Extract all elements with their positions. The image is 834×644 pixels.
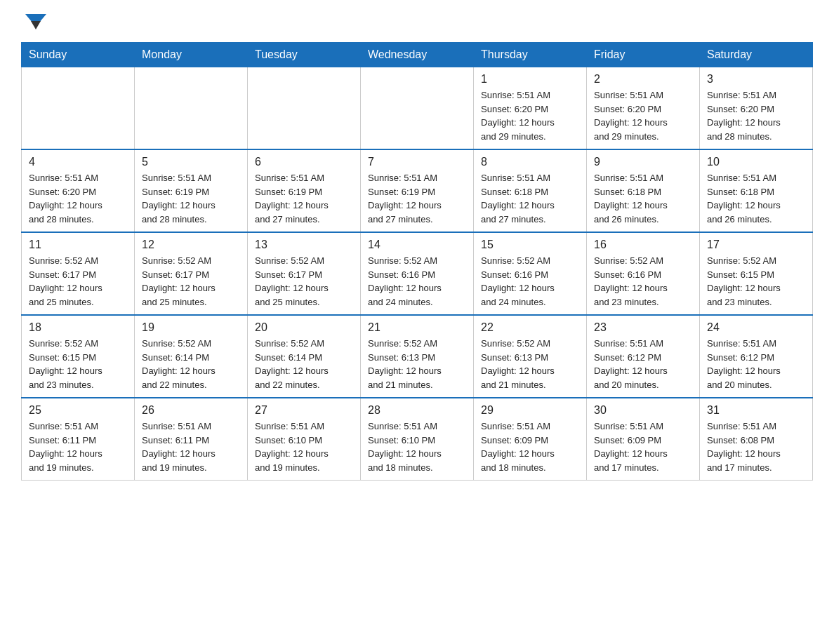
day-number: 4 <box>29 156 127 168</box>
day-info: Sunrise: 5:52 AMSunset: 6:17 PMDaylight:… <box>29 254 127 309</box>
calendar-cell: 22Sunrise: 5:52 AMSunset: 6:13 PMDayligh… <box>474 315 587 398</box>
logo <box>21 14 49 35</box>
weekday-header-sunday: Sunday <box>22 43 135 67</box>
calendar-cell: 13Sunrise: 5:52 AMSunset: 6:17 PMDayligh… <box>248 232 361 315</box>
calendar-cell: 27Sunrise: 5:51 AMSunset: 6:10 PMDayligh… <box>248 398 361 481</box>
calendar-cell: 4Sunrise: 5:51 AMSunset: 6:20 PMDaylight… <box>22 149 135 232</box>
day-info: Sunrise: 5:51 AMSunset: 6:09 PMDaylight:… <box>481 420 579 474</box>
day-info: Sunrise: 5:52 AMSunset: 6:16 PMDaylight:… <box>481 254 579 309</box>
day-number: 27 <box>255 404 353 417</box>
day-number: 29 <box>481 404 579 417</box>
day-number: 18 <box>29 321 127 334</box>
calendar-cell: 19Sunrise: 5:52 AMSunset: 6:14 PMDayligh… <box>135 315 248 398</box>
calendar-cell: 31Sunrise: 5:51 AMSunset: 6:08 PMDayligh… <box>700 398 813 481</box>
calendar-cell: 11Sunrise: 5:52 AMSunset: 6:17 PMDayligh… <box>22 232 135 315</box>
calendar-cell: 16Sunrise: 5:52 AMSunset: 6:16 PMDayligh… <box>587 232 700 315</box>
day-info: Sunrise: 5:52 AMSunset: 6:15 PMDaylight:… <box>29 337 127 391</box>
day-info: Sunrise: 5:52 AMSunset: 6:16 PMDaylight:… <box>368 254 466 309</box>
day-info: Sunrise: 5:51 AMSunset: 6:20 PMDaylight:… <box>707 88 805 143</box>
calendar-cell: 18Sunrise: 5:52 AMSunset: 6:15 PMDayligh… <box>22 315 135 398</box>
calendar-header-row: SundayMondayTuesdayWednesdayThursdayFrid… <box>22 43 813 67</box>
weekday-header-friday: Friday <box>587 43 700 67</box>
day-number: 15 <box>481 239 579 251</box>
calendar-cell: 12Sunrise: 5:52 AMSunset: 6:17 PMDayligh… <box>135 232 248 315</box>
day-info: Sunrise: 5:51 AMSunset: 6:12 PMDaylight:… <box>707 337 805 391</box>
day-info: Sunrise: 5:51 AMSunset: 6:20 PMDaylight:… <box>594 88 692 143</box>
calendar-week-row: 1Sunrise: 5:51 AMSunset: 6:20 PMDaylight… <box>22 67 813 150</box>
calendar-cell: 24Sunrise: 5:51 AMSunset: 6:12 PMDayligh… <box>700 315 813 398</box>
calendar-cell <box>135 67 248 150</box>
day-info: Sunrise: 5:51 AMSunset: 6:09 PMDaylight:… <box>594 420 692 474</box>
day-info: Sunrise: 5:52 AMSunset: 6:14 PMDaylight:… <box>142 337 240 391</box>
day-number: 20 <box>255 321 353 334</box>
day-info: Sunrise: 5:52 AMSunset: 6:14 PMDaylight:… <box>255 337 353 391</box>
svg-marker-1 <box>31 21 41 29</box>
day-info: Sunrise: 5:51 AMSunset: 6:11 PMDaylight:… <box>29 420 127 474</box>
calendar-cell: 26Sunrise: 5:51 AMSunset: 6:11 PMDayligh… <box>135 398 248 481</box>
calendar-cell: 29Sunrise: 5:51 AMSunset: 6:09 PMDayligh… <box>474 398 587 481</box>
calendar-cell <box>248 67 361 150</box>
day-number: 5 <box>142 156 240 168</box>
calendar-week-row: 4Sunrise: 5:51 AMSunset: 6:20 PMDaylight… <box>22 149 813 232</box>
day-number: 17 <box>707 239 805 251</box>
calendar-cell: 21Sunrise: 5:52 AMSunset: 6:13 PMDayligh… <box>361 315 474 398</box>
calendar-cell: 6Sunrise: 5:51 AMSunset: 6:19 PMDaylight… <box>248 149 361 232</box>
day-info: Sunrise: 5:51 AMSunset: 6:12 PMDaylight:… <box>594 337 692 391</box>
day-number: 6 <box>255 156 353 168</box>
weekday-header-saturday: Saturday <box>700 43 813 67</box>
day-number: 8 <box>481 156 579 168</box>
day-number: 10 <box>707 156 805 168</box>
day-info: Sunrise: 5:51 AMSunset: 6:19 PMDaylight:… <box>255 171 353 226</box>
weekday-header-monday: Monday <box>135 43 248 67</box>
calendar-cell: 2Sunrise: 5:51 AMSunset: 6:20 PMDaylight… <box>587 67 700 150</box>
day-number: 28 <box>368 404 466 417</box>
calendar-cell: 9Sunrise: 5:51 AMSunset: 6:18 PMDaylight… <box>587 149 700 232</box>
day-number: 9 <box>594 156 692 168</box>
day-number: 1 <box>481 73 579 86</box>
day-info: Sunrise: 5:51 AMSunset: 6:10 PMDaylight:… <box>368 420 466 474</box>
day-info: Sunrise: 5:51 AMSunset: 6:18 PMDaylight:… <box>707 171 805 226</box>
day-info: Sunrise: 5:51 AMSunset: 6:20 PMDaylight:… <box>29 171 127 226</box>
day-info: Sunrise: 5:52 AMSunset: 6:13 PMDaylight:… <box>481 337 579 391</box>
day-info: Sunrise: 5:51 AMSunset: 6:19 PMDaylight:… <box>142 171 240 226</box>
day-number: 2 <box>594 73 692 86</box>
day-info: Sunrise: 5:51 AMSunset: 6:10 PMDaylight:… <box>255 420 353 474</box>
day-number: 31 <box>707 404 805 417</box>
day-number: 19 <box>142 321 240 334</box>
day-number: 7 <box>368 156 466 168</box>
calendar-cell: 28Sunrise: 5:51 AMSunset: 6:10 PMDayligh… <box>361 398 474 481</box>
day-info: Sunrise: 5:51 AMSunset: 6:18 PMDaylight:… <box>481 171 579 226</box>
day-info: Sunrise: 5:52 AMSunset: 6:16 PMDaylight:… <box>594 254 692 309</box>
calendar-cell: 14Sunrise: 5:52 AMSunset: 6:16 PMDayligh… <box>361 232 474 315</box>
calendar-cell: 30Sunrise: 5:51 AMSunset: 6:09 PMDayligh… <box>587 398 700 481</box>
calendar-week-row: 11Sunrise: 5:52 AMSunset: 6:17 PMDayligh… <box>22 232 813 315</box>
day-info: Sunrise: 5:51 AMSunset: 6:19 PMDaylight:… <box>368 171 466 226</box>
weekday-header-wednesday: Wednesday <box>361 43 474 67</box>
calendar-cell <box>22 67 135 150</box>
calendar-table: SundayMondayTuesdayWednesdayThursdayFrid… <box>21 42 813 481</box>
page-header <box>21 14 813 35</box>
calendar-cell: 10Sunrise: 5:51 AMSunset: 6:18 PMDayligh… <box>700 149 813 232</box>
day-info: Sunrise: 5:51 AMSunset: 6:11 PMDaylight:… <box>142 420 240 474</box>
day-number: 14 <box>368 239 466 251</box>
calendar-cell: 5Sunrise: 5:51 AMSunset: 6:19 PMDaylight… <box>135 149 248 232</box>
day-info: Sunrise: 5:52 AMSunset: 6:15 PMDaylight:… <box>707 254 805 309</box>
day-number: 25 <box>29 404 127 417</box>
calendar-cell: 15Sunrise: 5:52 AMSunset: 6:16 PMDayligh… <box>474 232 587 315</box>
calendar-cell: 20Sunrise: 5:52 AMSunset: 6:14 PMDayligh… <box>248 315 361 398</box>
day-number: 23 <box>594 321 692 334</box>
day-number: 22 <box>481 321 579 334</box>
weekday-header-thursday: Thursday <box>474 43 587 67</box>
day-info: Sunrise: 5:51 AMSunset: 6:08 PMDaylight:… <box>707 420 805 474</box>
calendar-cell: 17Sunrise: 5:52 AMSunset: 6:15 PMDayligh… <box>700 232 813 315</box>
day-number: 11 <box>29 239 127 251</box>
weekday-header-tuesday: Tuesday <box>248 43 361 67</box>
calendar-cell: 23Sunrise: 5:51 AMSunset: 6:12 PMDayligh… <box>587 315 700 398</box>
day-number: 30 <box>594 404 692 417</box>
calendar-cell: 8Sunrise: 5:51 AMSunset: 6:18 PMDaylight… <box>474 149 587 232</box>
day-info: Sunrise: 5:51 AMSunset: 6:18 PMDaylight:… <box>594 171 692 226</box>
day-info: Sunrise: 5:51 AMSunset: 6:20 PMDaylight:… <box>481 88 579 143</box>
day-number: 3 <box>707 73 805 86</box>
calendar-cell: 1Sunrise: 5:51 AMSunset: 6:20 PMDaylight… <box>474 67 587 150</box>
calendar-cell: 25Sunrise: 5:51 AMSunset: 6:11 PMDayligh… <box>22 398 135 481</box>
